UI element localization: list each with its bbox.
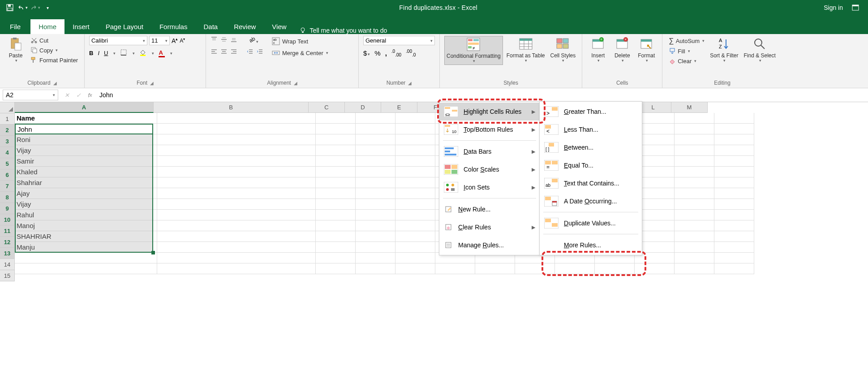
format-cells-button[interactable]: Format▾ (635, 36, 657, 64)
align-center-button[interactable] (220, 48, 228, 56)
cell[interactable] (675, 231, 714, 242)
cell[interactable] (714, 167, 754, 177)
cell[interactable] (356, 188, 395, 199)
cell[interactable] (316, 253, 356, 263)
row-header[interactable]: 7 (0, 181, 15, 192)
cell[interactable] (675, 220, 714, 231)
cell[interactable] (395, 231, 435, 242)
cell[interactable] (316, 263, 356, 274)
row-header[interactable]: 12 (0, 237, 15, 248)
percent-format-button[interactable]: % (374, 49, 380, 57)
cell[interactable] (316, 145, 356, 156)
cell[interactable] (395, 145, 435, 156)
cell[interactable] (356, 220, 395, 231)
cell[interactable] (356, 253, 395, 263)
cell[interactable] (635, 263, 675, 274)
column-header[interactable]: D (345, 102, 381, 113)
decrease-decimal-button[interactable]: .00.0 (406, 49, 416, 57)
autosum-button[interactable]: ∑AutoSum▾ (667, 36, 706, 46)
tab-view[interactable]: View (264, 19, 294, 34)
cell[interactable] (356, 156, 395, 167)
column-header[interactable]: M (671, 102, 708, 113)
row-header[interactable]: 5 (0, 158, 15, 169)
cell[interactable] (157, 113, 316, 124)
border-button[interactable] (120, 49, 127, 57)
cell[interactable]: John (15, 124, 157, 134)
cell[interactable] (395, 167, 435, 177)
cell[interactable] (157, 220, 316, 231)
cell[interactable] (157, 199, 316, 210)
font-color-button[interactable]: A (159, 49, 165, 57)
row-header[interactable]: 4 (0, 147, 15, 158)
tab-data[interactable]: Data (195, 19, 226, 34)
bold-button[interactable]: B (89, 50, 93, 56)
cell[interactable] (316, 156, 356, 167)
cell[interactable]: Name (15, 113, 157, 124)
cell[interactable] (714, 253, 754, 263)
cell[interactable] (15, 263, 157, 274)
cell[interactable] (714, 156, 754, 167)
cell[interactable] (675, 167, 714, 177)
cell[interactable] (157, 188, 316, 199)
cell[interactable]: Rahul (15, 210, 157, 220)
menu-color-scales[interactable]: Color Scales ▶ (439, 160, 540, 178)
cell[interactable] (157, 156, 316, 167)
row-header[interactable]: 14 (0, 259, 15, 270)
cell[interactable] (316, 220, 356, 231)
sign-in-button[interactable]: Sign in (824, 4, 843, 11)
row-header[interactable]: 13 (0, 248, 15, 259)
cell[interactable] (356, 124, 395, 134)
align-middle-button[interactable] (220, 36, 228, 44)
cell[interactable] (316, 210, 356, 220)
row-header[interactable]: 1 (0, 113, 15, 125)
cell[interactable] (395, 220, 435, 231)
cell[interactable] (595, 263, 635, 274)
menu-clear-rules[interactable]: Clear Rules ▶ (439, 218, 540, 236)
row-header[interactable]: 2 (0, 125, 15, 136)
cell[interactable] (157, 134, 316, 145)
cell[interactable] (714, 220, 754, 231)
menu-less-than[interactable]: < Less Than... (540, 121, 642, 138)
cell[interactable]: Vijay (15, 145, 157, 156)
delete-cells-button[interactable]: ×Delete▾ (611, 36, 633, 64)
cell[interactable] (316, 134, 356, 145)
row-header[interactable]: 10 (0, 214, 15, 225)
cell[interactable] (356, 134, 395, 145)
cell[interactable] (316, 167, 356, 177)
menu-highlight-cells-rules[interactable]: ≤≥ Highlight Cells Rules ▶ (439, 103, 540, 121)
cell[interactable] (316, 199, 356, 210)
increase-indent-button[interactable] (256, 48, 263, 56)
menu-greater-than[interactable]: > Greater Than... (540, 103, 642, 121)
italic-button[interactable]: I (98, 50, 99, 56)
cell[interactable] (356, 167, 395, 177)
tab-review[interactable]: Review (226, 19, 264, 34)
cut-button[interactable]: Cut (29, 36, 80, 45)
cell[interactable] (157, 177, 316, 188)
insert-cells-button[interactable]: +Insert▾ (587, 36, 609, 64)
cell[interactable] (157, 167, 316, 177)
alignment-dialog-launcher[interactable]: ◢ (294, 81, 297, 86)
align-left-button[interactable] (211, 48, 218, 56)
name-box[interactable]: A2▾ (3, 90, 58, 100)
number-dialog-launcher[interactable]: ◢ (408, 81, 412, 86)
cell[interactable] (157, 231, 316, 242)
menu-equal-to[interactable]: = Equal To... (540, 156, 642, 174)
cell[interactable] (316, 231, 356, 242)
cell[interactable] (157, 210, 316, 220)
cell[interactable] (714, 263, 754, 274)
paste-button[interactable]: Paste▾ (4, 36, 27, 64)
menu-date-occurring[interactable]: A Date Occurring... (540, 192, 642, 210)
menu-duplicate-values[interactable]: Duplicate Values... (540, 214, 642, 232)
row-header[interactable]: 9 (0, 203, 15, 214)
menu-new-rule[interactable]: New Rule... (439, 200, 540, 218)
cell[interactable] (714, 113, 754, 124)
increase-decimal-button[interactable]: .0.00 (391, 49, 401, 57)
align-bottom-button[interactable] (230, 36, 237, 44)
row-header[interactable]: 11 (0, 225, 15, 237)
cell[interactable] (395, 210, 435, 220)
decrease-indent-button[interactable] (246, 48, 254, 56)
cell[interactable] (515, 263, 555, 274)
cell[interactable]: Vijay (15, 199, 157, 210)
menu-data-bars[interactable]: Data Bars ▶ (439, 142, 540, 160)
cell[interactable] (675, 242, 714, 253)
